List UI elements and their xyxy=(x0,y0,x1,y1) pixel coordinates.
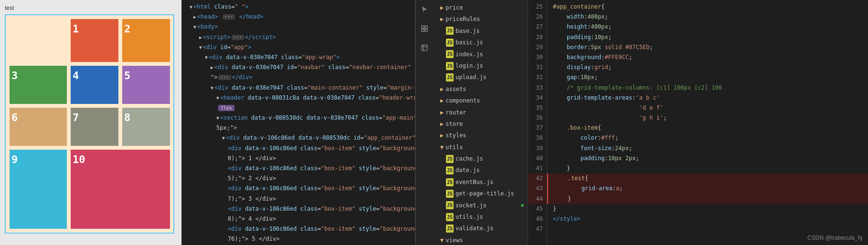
code-line-35: 'd e f' xyxy=(547,103,868,113)
html-line: ▼<div data-v-038e7047 class="app-wrap"> xyxy=(182,52,415,62)
code-line-47 xyxy=(547,224,868,225)
file-name: eventBus.js xyxy=(455,177,493,187)
code-content[interactable]: #app_container{ width:400px; height:400p… xyxy=(547,0,868,245)
html-inspector-panel[interactable]: ▼<html class=" "> ▶<head> ··· </head> ▼<… xyxy=(181,0,415,245)
folder-name: priceRules xyxy=(445,14,480,24)
html-line: <div data-v-106c86ed class="box-item" st… xyxy=(182,184,415,194)
grid-cell-4: 4 xyxy=(71,66,118,104)
js-icon: JS xyxy=(446,201,454,209)
test-label: test xyxy=(5,5,177,11)
folder-icon: ▶ xyxy=(440,84,444,94)
file-item-eventBus[interactable]: JS eventBus.js xyxy=(433,176,528,188)
file-item-utils-js[interactable]: JS utils.js xyxy=(433,211,528,223)
file-item-upload[interactable]: JS upload.js xyxy=(433,71,528,83)
svg-rect-0 xyxy=(422,26,424,28)
grid-cell-6: 6 xyxy=(10,108,67,146)
file-item-router[interactable]: ▶ router xyxy=(433,107,528,118)
file-item-components[interactable]: ▶ components xyxy=(433,95,528,106)
html-line: 76);"> 5 </div> xyxy=(182,234,415,244)
file-item-cache[interactable]: JS cache.js xyxy=(433,153,528,164)
code-line-43: grid-area:a; xyxy=(547,184,868,194)
html-line: 0);"> 1 </div> xyxy=(182,153,415,163)
file-item-login[interactable]: JS login.js xyxy=(433,60,528,71)
code-line-39: font-size:24px; xyxy=(547,143,868,153)
modified-dot xyxy=(521,204,524,207)
file-item-basic[interactable]: JS basic.js xyxy=(433,37,528,48)
file-name: get-page-title.js xyxy=(455,189,514,198)
cursor-icon[interactable] xyxy=(419,4,430,15)
js-icon: JS xyxy=(446,27,454,35)
code-line-28: padding:10px; xyxy=(547,32,868,42)
code-line-30: background:#FFE9CC; xyxy=(547,52,868,62)
folder-name: store xyxy=(445,119,463,129)
folder-icon: ▶ xyxy=(440,108,444,117)
html-line: ▼<div data-v-038e7047 class="main-contai… xyxy=(182,83,415,93)
file-item-store[interactable]: ▶ store xyxy=(433,118,528,130)
html-line: 7);"> 3 </div> xyxy=(182,194,415,204)
folder-icon: ▶ xyxy=(440,131,444,140)
js-icon: JS xyxy=(446,225,454,233)
folder-icon: ▶ xyxy=(440,119,444,129)
file-item-utils[interactable]: ▼ utils xyxy=(433,142,528,153)
line-numbers: 25 26 27 28 29 30 31 32 33 34 35 36 37 3… xyxy=(528,0,547,245)
code-line-29: border:5px solid #87C5ED; xyxy=(547,42,868,52)
html-line: ▶<head> ··· </head> xyxy=(182,12,415,22)
html-line: ▼<html class=" "> xyxy=(182,2,415,12)
file-name: date.js xyxy=(455,165,480,175)
file-name: validate.js xyxy=(455,224,493,233)
folder-name: views xyxy=(445,235,463,245)
code-line-42: .test{ xyxy=(547,174,868,184)
file-name: index.js xyxy=(455,50,483,59)
grid-cell-2: 2 xyxy=(122,19,170,62)
svg-rect-3 xyxy=(425,29,427,31)
file-item-date[interactable]: JS date.js xyxy=(433,164,528,176)
folder-open-icon: ▼ xyxy=(440,143,444,152)
layout-icon[interactable] xyxy=(419,23,430,34)
box-icon[interactable] xyxy=(419,42,430,53)
code-line-26: width:400px; xyxy=(547,12,868,22)
js-icon: JS xyxy=(446,190,454,198)
html-line: ▶<div data-v-038e7047 id="navbar" class=… xyxy=(182,62,415,72)
file-name: socket.js xyxy=(455,201,487,210)
html-line: ▼<div id="app"> xyxy=(182,42,415,52)
file-item-socket[interactable]: JS socket.js xyxy=(433,200,528,211)
grid-cell-9: 9 xyxy=(10,150,67,229)
code-line-45: } xyxy=(547,204,868,214)
grid-cell-test xyxy=(10,19,67,62)
grid-cell-1: 1 xyxy=(71,19,118,62)
html-line: 5px;"> xyxy=(182,123,415,133)
file-item-styles[interactable]: ▶ styles xyxy=(433,130,528,141)
code-line-25: #app_container{ xyxy=(547,2,868,12)
file-item-base[interactable]: JS base.js xyxy=(433,25,528,37)
html-line: ▼<section data-v-088530dc data-v-038e704… xyxy=(182,113,415,123)
file-tree-panel[interactable]: ▶ price ▶ priceRules JS base.js JS basic… xyxy=(433,0,528,245)
html-line: <div data-v-106c86ed class="box-item" st… xyxy=(182,204,415,214)
file-item-get-page-title[interactable]: JS get-page-title.js xyxy=(433,188,528,199)
file-item-assets[interactable]: ▶ assets xyxy=(433,83,528,95)
grid-preview-panel: test 1 2 3 4 5 6 7 8 9 10 xyxy=(0,0,181,245)
folder-icon: ▶ xyxy=(440,96,444,105)
code-line-41: } xyxy=(547,163,868,174)
html-line: ▼<body> xyxy=(182,22,415,32)
code-line-38: color:#fff; xyxy=(547,133,868,143)
code-line-32: gap:10px; xyxy=(547,72,868,82)
code-line-33: /* grid-template-columns: [c1] 100px [c2… xyxy=(547,83,868,93)
folder-name-router: router xyxy=(445,108,466,117)
file-item-priceRules[interactable]: ▶ priceRules xyxy=(433,13,528,25)
file-item-validate[interactable]: JS validate.js xyxy=(433,223,528,234)
code-line-40: padding:10px 2px; xyxy=(547,153,868,163)
folder-icon: ▶ xyxy=(440,14,444,24)
svg-rect-1 xyxy=(425,26,427,28)
file-item-index[interactable]: JS index.js xyxy=(433,49,528,60)
html-line: <div data-v-106c86ed class="box-item" st… xyxy=(182,224,415,234)
js-icon: JS xyxy=(446,39,454,47)
file-item-price[interactable]: ▶ price xyxy=(433,2,528,13)
grid-cell-8: 8 xyxy=(122,108,170,146)
html-line: ">···</div> xyxy=(182,72,415,82)
code-line-27: height:400px; xyxy=(547,22,868,32)
js-icon: JS xyxy=(446,155,454,163)
file-item-views[interactable]: ▼ views xyxy=(433,235,528,245)
css-editor-panel[interactable]: 25 26 27 28 29 30 31 32 33 34 35 36 37 3… xyxy=(528,0,868,245)
folder-open-icon: ▼ xyxy=(440,235,444,245)
html-line: ▼<div data-v-106c86ed data-v-088530dc id… xyxy=(182,133,415,143)
